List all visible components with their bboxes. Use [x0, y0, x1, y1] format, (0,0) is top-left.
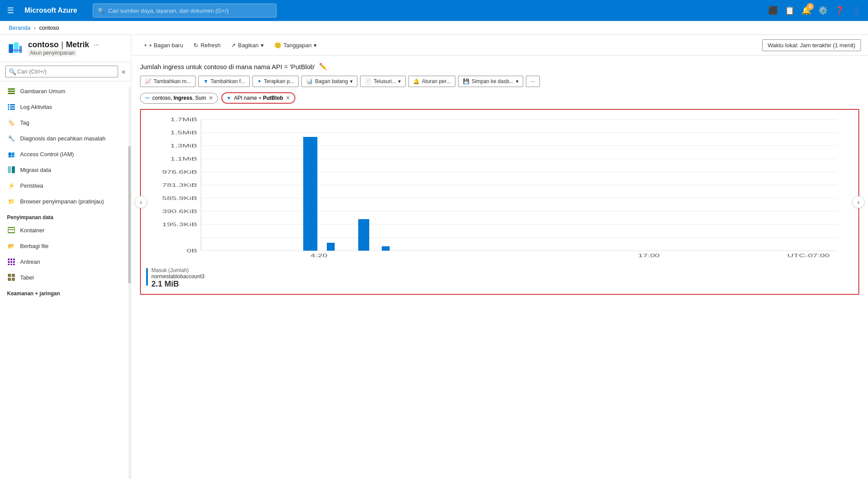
feedback-label: Tanggapan: [284, 42, 312, 49]
svg-rect-12: [10, 108, 15, 110]
svg-rect-15: [8, 227, 15, 233]
sidebar-item-tabel[interactable]: Tabel: [0, 269, 131, 285]
metric-pill-close[interactable]: ✕: [209, 95, 213, 101]
metric-pill[interactable]: 〜 contoso, Ingress, Sum ✕: [140, 93, 218, 104]
global-search-bar[interactable]: 🔍 Cari sumber daya, layanan, dan dokumen…: [93, 3, 276, 17]
legend-text-block: Masuk (Jumlah) normestablobaccount3 2.1 …: [151, 267, 204, 289]
edit-title-icon[interactable]: ✏️: [319, 63, 327, 70]
svg-rect-14: [12, 166, 15, 173]
save-dashboard-button[interactable]: 💾 Simpan ke dasb... ▾: [458, 76, 523, 87]
svg-rect-5: [8, 91, 15, 92]
share-icon: 📂: [7, 241, 16, 250]
sidebar-item-peristiwa[interactable]: ⚡ Peristiwa: [0, 178, 131, 193]
more-options-icon[interactable]: ···: [94, 41, 99, 49]
refresh-button[interactable]: ↻ Refresh: [189, 39, 225, 51]
new-chart-button[interactable]: ＋ + Bagan baru: [138, 38, 187, 52]
kontainer-icon: [7, 226, 16, 234]
notification-icon[interactable]: 🔔 5: [802, 6, 811, 15]
add-filter-button[interactable]: ▼ Tambahkan f...: [198, 76, 250, 87]
filter-icon: ▼: [203, 78, 208, 84]
bars-icon: [7, 87, 16, 95]
share-label: Bagikan: [238, 42, 259, 49]
table-icon: [7, 273, 16, 282]
scrollbar-track: [128, 87, 131, 479]
filter-pill[interactable]: ▼ API name = PutBlob ✕: [221, 92, 295, 104]
sidebar-item-berbagi-file[interactable]: 📂 Berbagi file: [0, 238, 131, 254]
feedback-button[interactable]: 🙂 Tanggapan ▾: [270, 39, 321, 51]
sidebar-item-label: Log Aktivitas: [20, 104, 52, 110]
chart-bar: [327, 243, 335, 251]
sidebar-item-access-control[interactable]: 👥 Access Control (IAM): [0, 146, 131, 162]
svg-rect-17: [8, 259, 10, 260]
sidebar-item-migrasi-data[interactable]: Migrasi data: [0, 162, 131, 178]
help-icon[interactable]: ❓: [835, 6, 844, 15]
chart-type-button[interactable]: 📊 Bagan batang ▾: [301, 76, 357, 87]
svg-rect-4: [8, 88, 15, 90]
sidebar-item-diagnosis[interactable]: 🔧 Diagnosis dan pecahkan masalah: [0, 130, 131, 146]
svg-rect-18: [10, 259, 12, 260]
more-options-button[interactable]: ···: [526, 76, 540, 87]
search-placeholder: Cari sumber daya, layanan, dan dokumen (…: [108, 7, 228, 14]
sidebar-search-input[interactable]: [5, 66, 118, 77]
sidebar-collapse-button[interactable]: «: [122, 68, 126, 76]
apply-filter-button[interactable]: ✦ Terapkan p...: [252, 76, 299, 87]
chart-nav-left[interactable]: ‹: [135, 196, 147, 208]
sidebar-search-icon: 🔍: [9, 68, 16, 75]
share-dropdown-icon: ▾: [261, 42, 264, 49]
chart-bar: [303, 137, 317, 251]
alert-rule-button[interactable]: 🔔 Aturan per...: [408, 76, 455, 87]
svg-rect-11: [8, 108, 9, 110]
svg-text:976.6KiB: 976.6KiB: [162, 169, 197, 175]
chart-bar: [382, 246, 390, 251]
sidebar-item-label: Access Control (IAM): [20, 151, 74, 157]
explore-button[interactable]: 📄 Telusuri... ▾: [360, 76, 406, 87]
apply-filter-label: Terapkan p...: [264, 78, 294, 84]
metric-pill-label: contoso, Ingress, Sum: [152, 95, 206, 101]
svg-rect-26: [8, 274, 11, 277]
plus-icon: ＋: [143, 41, 148, 49]
queue-icon: [7, 257, 16, 266]
refresh-icon: ↻: [193, 42, 198, 49]
breadcrumb-home[interactable]: Beranda: [9, 24, 30, 31]
legend-value: 2.1 MiB: [151, 280, 204, 289]
breadcrumb-current: contoso: [39, 24, 60, 31]
search-icon: 🔍: [98, 7, 105, 14]
svg-text:1.3MiB: 1.3MiB: [170, 143, 197, 148]
share-button[interactable]: ↗ Bagikan ▾: [227, 39, 268, 51]
svg-rect-23: [8, 264, 10, 265]
filter-pills: 〜 contoso, Ingress, Sum ✕ ▼ API name = P…: [140, 92, 859, 104]
explore-icon: 📄: [365, 78, 371, 84]
scrollbar-thumb[interactable]: [128, 146, 131, 283]
sidebar-item-tag[interactable]: 🏷️ Tag: [0, 115, 131, 130]
add-metric-button[interactable]: 📈 Tambahkan m...: [140, 76, 196, 87]
cloud-shell-icon[interactable]: ⬛: [768, 6, 778, 15]
section-header-penyimpanan-data: Penyimpanan data: [0, 209, 131, 222]
filter-pill-close[interactable]: ✕: [286, 95, 290, 101]
svg-rect-19: [13, 259, 15, 260]
sidebar-item-log-aktivitas[interactable]: Log Aktivitas: [0, 99, 131, 115]
content-area: ＋ + Bagan baru ↻ Refresh ↗ Bagikan ▾ 🙂 T…: [131, 35, 868, 479]
feedback-portal-icon[interactable]: 📋: [785, 6, 794, 15]
account-icon[interactable]: 👤: [851, 6, 861, 15]
svg-text:UTC-07:00: UTC-07:00: [788, 253, 830, 258]
svg-rect-6: [8, 93, 15, 94]
wrench-icon: 🔧: [7, 134, 16, 143]
notification-badge: 5: [807, 3, 814, 10]
save-dropdown-icon: ▾: [516, 78, 518, 84]
legend-label: Masuk (Jumlah): [151, 267, 204, 273]
sidebar-item-label: Diagnosis dan pecahkan masalah: [20, 135, 105, 142]
sidebar-item-kontainer[interactable]: Kontainer: [0, 222, 131, 238]
time-filter-button[interactable]: Waktu lokal: Jam terakhir (1 menit): [762, 39, 861, 51]
chart-nav-right[interactable]: ›: [852, 196, 864, 208]
sidebar-item-antrean[interactable]: Antrean: [0, 254, 131, 269]
top-navbar: ☰ Microsoft Azure 🔍 Cari sumber daya, la…: [0, 0, 868, 21]
bolt-icon: ⚡: [7, 181, 16, 190]
sidebar-item-gambaran-umum[interactable]: Gambaran Umum: [0, 83, 131, 99]
brand-logo: Microsoft Azure: [24, 7, 77, 14]
chart-wrapper: ‹ ›: [140, 109, 859, 295]
settings-icon[interactable]: ⚙️: [818, 6, 828, 15]
sidebar-item-browser-penyimpanan[interactable]: 📁 Browser penyimpanan (pratinjau): [0, 193, 131, 209]
hamburger-icon[interactable]: ☰: [7, 6, 14, 15]
main-toolbar: ＋ + Bagan baru ↻ Refresh ↗ Bagikan ▾ 🙂 T…: [131, 35, 868, 56]
data-icon: [7, 165, 16, 174]
